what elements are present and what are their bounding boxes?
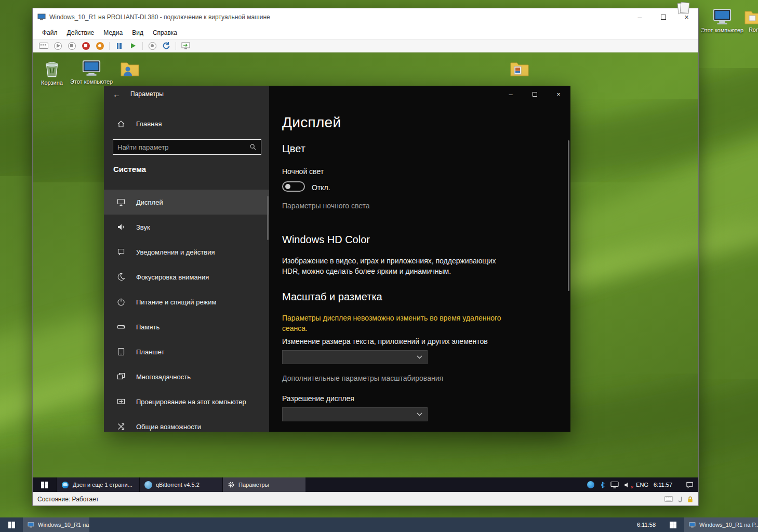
sidebar-scrollbar[interactable] xyxy=(267,196,269,240)
save-icon xyxy=(98,44,101,47)
remote-session-warning: Параметры дисплея невозможно изменить во… xyxy=(282,313,511,334)
vm-desktop-icon-recycle-bin[interactable]: Корзина xyxy=(33,60,71,86)
revert-button[interactable] xyxy=(162,41,171,50)
statusbar-icons xyxy=(664,495,694,503)
display-icon xyxy=(117,198,125,206)
menu-action[interactable]: Действие xyxy=(62,27,99,38)
sidebar-item-display[interactable]: Дисплей xyxy=(104,190,269,215)
night-light-label: Ночной свет xyxy=(282,167,324,177)
action-center-icon[interactable] xyxy=(686,481,694,488)
gear-icon xyxy=(228,481,235,488)
night-light-toggle[interactable] xyxy=(282,181,305,192)
photos-folder-icon xyxy=(510,60,529,77)
resolution-dropdown[interactable] xyxy=(282,407,428,421)
taskbar-button-qbittorrent[interactable]: qBittorrent v4.5.2 xyxy=(139,477,222,492)
host-taskbar-button-vm[interactable]: Windows_10_R1 на P... xyxy=(23,517,89,532)
resume-button[interactable] xyxy=(128,41,138,50)
search-icon[interactable] xyxy=(245,143,261,151)
projecting-icon xyxy=(117,397,125,406)
sidebar-item-multitasking[interactable]: Многозадачность xyxy=(104,364,269,389)
maximize-button[interactable] xyxy=(651,8,675,26)
host-start-button[interactable] xyxy=(0,517,23,532)
vm-desktop-icon-user-folder[interactable] xyxy=(111,60,149,77)
minimize-button[interactable]: – xyxy=(628,8,651,26)
scale-dropdown[interactable] xyxy=(282,350,428,364)
sidebar-item-tablet[interactable]: Планшет xyxy=(104,339,269,364)
this-pc-icon xyxy=(82,60,101,77)
lock-icon xyxy=(687,496,694,503)
menu-media[interactable]: Медиа xyxy=(99,27,127,38)
host-desktop-icon-folder[interactable]: Ron xyxy=(735,8,758,33)
vm-window-title: Windows_10_R1 на PROLIANT-DL380 - подклю… xyxy=(49,14,270,21)
sidebar-item-shared-experiences[interactable]: Общие возможности xyxy=(104,414,269,432)
checkpoint-button[interactable] xyxy=(148,41,157,50)
turn-off-button[interactable] xyxy=(67,41,76,50)
sidebar-item-storage[interactable]: Память xyxy=(104,314,269,339)
sidebar-item-label: Планшет xyxy=(136,348,165,356)
scale-dropdown-label: Изменение размера текста, приложений и д… xyxy=(282,337,542,347)
stop-icon xyxy=(70,44,73,47)
content-scrollbar[interactable] xyxy=(568,140,569,291)
sidebar-item-focus-assist[interactable]: Фокусировка внимания xyxy=(104,264,269,289)
taskbar-button-settings[interactable]: Параметры xyxy=(222,477,305,492)
start-vm-button[interactable] xyxy=(53,41,62,50)
resolution-label: Разрешение дисплея xyxy=(282,394,354,404)
maximize-button[interactable] xyxy=(523,86,547,102)
advanced-scaling-link[interactable]: Дополнительные параметры масштабирования xyxy=(282,374,443,384)
vm-statusbar: Состояние: Работает xyxy=(33,492,698,506)
bluetooth-icon[interactable] xyxy=(600,481,605,489)
menu-file[interactable]: Файл xyxy=(37,27,62,38)
ctrl-alt-del-button[interactable] xyxy=(39,41,48,50)
chevron-down-icon xyxy=(417,355,422,359)
shut-down-button[interactable] xyxy=(81,41,90,50)
pause-button[interactable] xyxy=(114,41,124,50)
toolbar-separator xyxy=(109,42,110,50)
taskbar-button-browser[interactable]: Дзен и еще 1 страни... xyxy=(56,477,139,492)
search-input[interactable] xyxy=(113,143,245,151)
checkpoint-icon xyxy=(151,44,154,47)
host-start-button-secondary[interactable] xyxy=(661,517,684,532)
vm-window-titlebar[interactable]: Windows_10_R1 на PROLIANT-DL380 - подклю… xyxy=(33,8,698,26)
network-icon[interactable] xyxy=(610,481,619,488)
settings-search-box xyxy=(113,139,261,155)
mute-x-icon: × xyxy=(631,485,633,490)
toolbar-separator xyxy=(176,42,176,50)
sidebar-item-notifications[interactable]: Уведомления и действия xyxy=(104,240,269,264)
sidebar-item-label: Уведомления и действия xyxy=(136,248,215,256)
vm-desktop-icon-this-pc[interactable]: Этот компьютер xyxy=(72,60,111,85)
save-state-button[interactable] xyxy=(95,41,104,50)
settings-sidebar: ← Параметры Главная xyxy=(104,86,269,432)
vm-menubar: Файл Действие Медиа Вид Справка xyxy=(33,26,698,39)
vm-desktop-icon-photos-folder[interactable] xyxy=(500,60,539,77)
scale-section-header: Масштаб и разметка xyxy=(282,291,382,303)
start-button[interactable] xyxy=(33,477,56,492)
menu-view[interactable]: Вид xyxy=(127,27,148,38)
sidebar-item-projecting[interactable]: Проецирование на этот компьютер xyxy=(104,389,269,414)
toggle-knob xyxy=(285,184,290,189)
tablet-icon xyxy=(117,348,125,356)
sidebar-item-sound[interactable]: Звук xyxy=(104,215,269,240)
sidebar-item-power-sleep[interactable]: Питание и спящий режим xyxy=(104,289,269,314)
storage-icon xyxy=(117,323,125,331)
sidebar-item-home[interactable]: Главная xyxy=(104,115,269,132)
tray-app-icon[interactable] xyxy=(587,481,594,488)
back-icon[interactable]: ← xyxy=(113,90,121,99)
home-icon xyxy=(117,119,125,128)
sidebar-item-label: Дисплей xyxy=(136,198,163,206)
night-light-settings-link[interactable]: Параметры ночного света xyxy=(282,201,370,211)
host-clock[interactable]: 6:11:58 xyxy=(631,517,661,532)
sidebar-item-label: Главная xyxy=(136,120,162,128)
shutdown-icon xyxy=(84,44,87,47)
close-button[interactable]: × xyxy=(547,86,570,102)
maximize-icon xyxy=(661,15,666,20)
language-indicator[interactable]: ENG xyxy=(636,482,648,488)
vm-clock[interactable]: 6:11:57 xyxy=(654,482,672,488)
vm-window-icon xyxy=(28,522,34,528)
menu-help[interactable]: Справка xyxy=(148,27,182,38)
enhanced-session-button[interactable] xyxy=(181,41,190,50)
volume-muted-icon[interactable]: × xyxy=(624,482,631,488)
host-taskbar-button-vm-secondary[interactable]: Windows_10_R1 на P... xyxy=(684,517,758,532)
taskbar-button-label: Дзен и еще 1 страни... xyxy=(73,482,132,488)
qbittorrent-icon xyxy=(144,481,152,489)
minimize-button[interactable]: – xyxy=(499,86,523,102)
